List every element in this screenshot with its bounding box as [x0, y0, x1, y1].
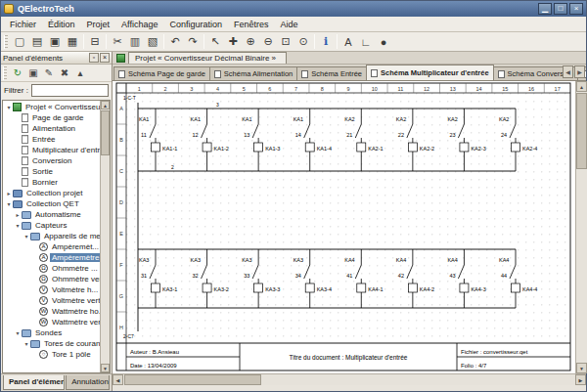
add-conductor-button[interactable]: ∟ — [357, 33, 375, 50]
tab-annulations[interactable]: Annulations — [66, 375, 110, 390]
tree-expander-icon[interactable]: ▾ — [14, 329, 22, 336]
tree-item-wattmetre-vertical[interactable]: WWattmètre ver... — [3, 317, 100, 327]
menu-projet[interactable]: Projet — [81, 18, 116, 31]
tree-item-bornier[interactable]: Bornier — [3, 177, 100, 188]
save-as-button[interactable]: ▦ — [64, 33, 81, 50]
tab-schema-multiplicateur-entree[interactable]: Schéma Multiplicateur d'entrée — [366, 65, 494, 80]
tree-item-voltmetre-horizontal[interactable]: VVoltmètre h... — [3, 284, 100, 295]
tree-scroll-up-icon[interactable]: ▲ — [101, 101, 110, 109]
redo-button[interactable]: ↷ — [184, 33, 202, 50]
tree-item-amperemetre-horizontal[interactable]: AAmpèremèt... — [3, 241, 100, 252]
menu-affichage[interactable]: Affichage — [115, 18, 163, 31]
tree-item-entree[interactable]: Entrée — [3, 134, 100, 145]
print-button[interactable]: ⊟ — [86, 33, 104, 50]
tab-panel-elements[interactable]: Panel d'éléments — [3, 375, 65, 390]
new-element-button[interactable]: ▣ — [25, 65, 41, 81]
horizontal-scrollbar[interactable]: ◀ ▶ — [113, 373, 586, 385]
panel-toolbar-handle[interactable] — [3, 66, 7, 80]
tree-expander-icon[interactable]: ▾ — [5, 104, 13, 110]
close-panel-button[interactable]: × — [100, 53, 110, 63]
tree-item-wattmetre-horizontal[interactable]: WWattmètre ho... — [3, 306, 100, 317]
project-tab[interactable]: Projet « Convertisseur Décimal Binaire » — [128, 52, 287, 64]
zoom-in-button[interactable]: ⊕ — [242, 33, 259, 50]
add-terminal-button[interactable]: ● — [375, 33, 392, 50]
tree-item-tore-1-pole[interactable]: ○Tore 1 pôle — [3, 349, 100, 360]
filter-input[interactable] — [31, 84, 109, 97]
elements-panel-header[interactable]: Panel d'éléments ▫× — [1, 52, 112, 65]
tree-expander-icon[interactable]: ▾ — [23, 340, 30, 347]
tree-item-appareils-de-mesure[interactable]: ▾Appareils de mesure — [3, 231, 100, 241]
zoom-fit-button[interactable]: ⊡ — [277, 33, 294, 50]
tree-expander-icon[interactable]: ▸ — [14, 211, 22, 218]
select-mode-button[interactable]: ↖ — [206, 33, 224, 50]
tree-scroll-down-icon[interactable]: ▼ — [101, 364, 110, 372]
tree-expander-icon[interactable]: ▾ — [14, 222, 22, 229]
menu-configuration[interactable]: Configuration — [163, 18, 228, 31]
tree-item-automatisme[interactable]: ▸Automatisme — [3, 209, 100, 220]
delete-element-button[interactable]: ✖ — [57, 65, 72, 81]
menu-fichier[interactable]: Fichier — [4, 18, 42, 31]
menu-fenetres[interactable]: Fenêtres — [228, 18, 275, 31]
tree-item-ohmmetre-vertical[interactable]: ΩOhmmètre vert... — [3, 274, 100, 284]
tree-item-project[interactable]: ▾Projet « Convertisseur Déc... — [3, 102, 100, 112]
tree-item-tores-de-courant[interactable]: ▾Tores de courant — [3, 338, 100, 349]
tree-expander-icon[interactable]: ▾ — [23, 233, 30, 240]
menu-aide[interactable]: Aide — [275, 18, 304, 31]
edit-element-button[interactable]: ✎ — [41, 65, 57, 81]
vertical-scroll-thumb[interactable] — [576, 93, 587, 169]
scroll-up-icon[interactable]: ▲ — [576, 81, 587, 92]
elements-tree[interactable]: ▾Projet « Convertisseur Déc...Page de ga… — [3, 101, 100, 372]
undo-button[interactable]: ↶ — [166, 33, 184, 50]
float-panel-button[interactable]: ▫ — [89, 53, 99, 63]
tree-item-collection-qet[interactable]: ▾Collection QET — [3, 198, 100, 209]
zoom-out-button[interactable]: ⊖ — [259, 33, 277, 50]
tree-item-page-de-garde[interactable]: Page de garde — [3, 112, 100, 123]
tree-item-voltmetre-vertical[interactable]: VVoltmètre vertical — [3, 295, 100, 306]
zoom-reset-button[interactable]: ⊙ — [294, 33, 312, 50]
paste-button[interactable]: ▧ — [144, 33, 161, 50]
maximize-button[interactable]: □ — [554, 3, 567, 15]
tree-item-sortie[interactable]: Sortie — [3, 166, 100, 177]
add-text-button[interactable]: A — [339, 33, 357, 50]
cut-button[interactable]: ✂ — [109, 33, 126, 50]
scroll-down-icon[interactable]: ▼ — [576, 363, 587, 373]
tree-item-multiplicateur-entree[interactable]: Multiplicateur d'entrée — [3, 145, 100, 155]
horizontal-scroll-thumb[interactable] — [124, 374, 261, 385]
collapse-all-button[interactable]: ▴ — [72, 65, 88, 81]
open-file-button[interactable]: ▤ — [28, 33, 46, 50]
minimize-button[interactable]: ▁ — [538, 3, 552, 15]
tree-item-amperemetre-vertical[interactable]: AAmpèremètre v... — [3, 252, 100, 263]
tab-schema-alimentation[interactable]: Schéma Alimentation — [209, 66, 297, 80]
svg-text:KA2: KA2 — [447, 116, 457, 122]
tree-scroll-thumb[interactable] — [101, 110, 110, 155]
tree-item-collection-projet[interactable]: ▸Collection projet — [3, 188, 100, 198]
tree-expander-icon[interactable]: ▾ — [5, 200, 13, 207]
info-button[interactable]: ℹ — [317, 33, 335, 50]
new-file-button[interactable]: ▢ — [11, 33, 28, 50]
scroll-left-icon[interactable]: ◀ — [113, 374, 123, 385]
tree-item-conversion[interactable]: Conversion — [3, 155, 100, 166]
tree-scrollbar[interactable]: ▲ ▼ — [100, 101, 110, 372]
tree-item-sondes[interactable]: ▾Sondes — [3, 327, 100, 338]
title-bar[interactable]: QElectroTech ▁ □ × — [1, 1, 586, 17]
tab-scroll-right-icon[interactable]: ▶ — [574, 65, 585, 78]
vertical-scrollbar[interactable]: ▲ ▼ — [575, 81, 587, 373]
tab-schema-entree[interactable]: Schéma Entrée — [296, 66, 367, 80]
tree-item-ohmmetre-horizontal[interactable]: ΩOhmmètre ... — [3, 263, 100, 274]
svg-text:5: 5 — [243, 86, 246, 92]
close-button[interactable]: × — [569, 3, 583, 15]
toolbar-drag-handle[interactable] — [4, 35, 8, 49]
title-block[interactable]: Auteur : B.AnsieauDate : 13/04/2009Titre… — [130, 349, 528, 369]
tree-item-capteurs[interactable]: ▾Capteurs — [3, 220, 100, 231]
tree-expander-icon[interactable]: ▸ — [5, 190, 13, 196]
save-file-button[interactable]: ▣ — [46, 33, 64, 50]
tree-item-alimentation[interactable]: Alimentation — [3, 123, 100, 134]
copy-button[interactable]: ▥ — [126, 33, 144, 50]
tab-schema-page-de-garde[interactable]: Schéma Page de garde — [113, 66, 210, 80]
pan-mode-button[interactable]: ✚ — [224, 33, 242, 50]
menu-edition[interactable]: Édition — [42, 18, 81, 31]
tab-scroll-left-icon[interactable]: ◀ — [563, 65, 573, 78]
scroll-right-icon[interactable]: ▶ — [575, 374, 586, 385]
diagram-canvas[interactable]: 1234567891011121314151617ABCDEFGHAuteur … — [113, 81, 575, 373]
reload-collections-button[interactable]: ↻ — [10, 65, 25, 81]
